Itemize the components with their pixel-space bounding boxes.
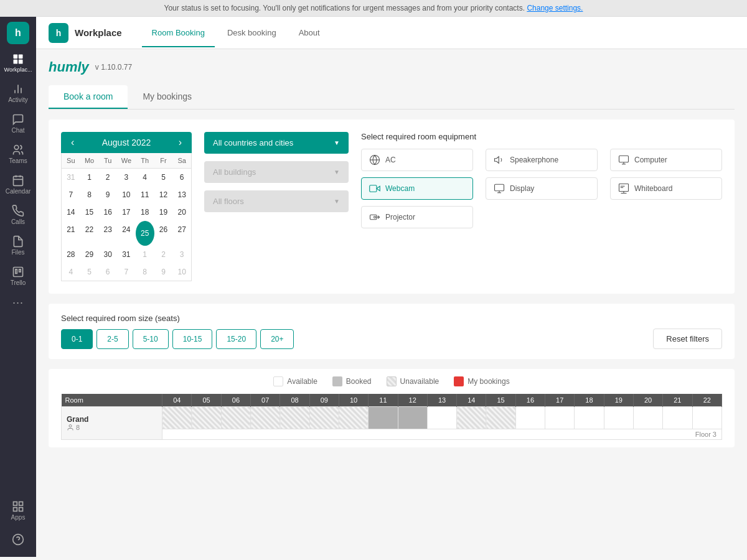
timeline-cell[interactable] <box>398 407 427 429</box>
calendar-day[interactable]: 9 <box>154 263 173 281</box>
tab-about[interactable]: About <box>289 19 330 47</box>
calendar-day[interactable]: 30 <box>98 246 117 263</box>
sidebar-item-workplace[interactable]: Workplac... <box>2 49 34 77</box>
calendar-day[interactable]: 4 <box>62 263 80 281</box>
size-btn-15-20[interactable]: 15-20 <box>216 329 256 349</box>
calendar-day[interactable]: 22 <box>80 221 99 246</box>
location-filter-dropdown[interactable]: All countries and cities ▼ <box>204 132 349 154</box>
tab-book-room[interactable]: Book a room <box>49 85 128 109</box>
sidebar-item-teams[interactable]: Teams <box>2 140 34 168</box>
timeline-cell[interactable] <box>192 407 221 429</box>
calendar-day[interactable]: 11 <box>136 186 154 203</box>
timeline-cell[interactable] <box>221 407 250 429</box>
calendar-day[interactable]: 25 <box>136 221 154 246</box>
calendar-day[interactable]: 21 <box>62 221 80 246</box>
change-settings-link[interactable]: Change settings. <box>527 4 583 12</box>
timeline-cell[interactable] <box>427 407 456 429</box>
sidebar-item-trello[interactable]: Trello <box>2 262 34 290</box>
calendar-day[interactable]: 9 <box>98 186 117 203</box>
calendar-day[interactable]: 5 <box>80 263 99 281</box>
sidebar-item-files[interactable]: Files <box>2 231 34 259</box>
calendar-day[interactable]: 29 <box>80 246 99 263</box>
calendar-day[interactable]: 19 <box>154 203 173 221</box>
tab-desk-booking[interactable]: Desk booking <box>217 19 286 47</box>
calendar-day[interactable]: 17 <box>117 203 136 221</box>
size-btn-2-5[interactable]: 2-5 <box>96 329 128 349</box>
calendar-day[interactable]: 6 <box>98 263 117 281</box>
timeline-cell[interactable] <box>663 407 692 429</box>
calendar-day[interactable]: 31 <box>62 169 80 186</box>
calendar-day[interactable]: 12 <box>154 186 173 203</box>
calendar-day[interactable]: 27 <box>172 221 191 246</box>
size-btn-0-1[interactable]: 0-1 <box>61 329 93 349</box>
calendar-day[interactable]: 3 <box>117 169 136 186</box>
calendar-day[interactable]: 23 <box>98 221 117 246</box>
calendar-prev-button[interactable]: ‹ <box>68 137 77 148</box>
timeline-cell[interactable] <box>280 407 309 429</box>
timeline-cell[interactable] <box>339 407 368 429</box>
timeline-cell[interactable] <box>309 407 339 429</box>
equipment-whiteboard[interactable]: Whiteboard <box>610 177 722 200</box>
floor-filter-dropdown[interactable]: All floors ▼ <box>204 190 349 212</box>
equipment-display[interactable]: Display <box>486 177 598 200</box>
calendar-day[interactable]: 31 <box>117 246 136 263</box>
sidebar-item-activity[interactable]: Activity <box>2 79 34 107</box>
equipment-ac[interactable]: AC <box>361 149 473 171</box>
calendar-day[interactable]: 24 <box>117 221 136 246</box>
building-filter-dropdown[interactable]: All buildings ▼ <box>204 161 349 183</box>
sidebar-item-calendar[interactable]: Calendar <box>2 170 34 198</box>
calendar-day[interactable]: 7 <box>117 263 136 281</box>
timeline-cell[interactable] <box>633 407 662 429</box>
calendar-day[interactable]: 15 <box>80 203 99 221</box>
equipment-speakerphone[interactable]: Speakerphone <box>486 149 598 171</box>
timeline-cell[interactable] <box>457 407 486 429</box>
calendar-day[interactable]: 14 <box>62 203 80 221</box>
equipment-webcam[interactable]: Webcam <box>361 177 473 200</box>
calendar-day[interactable]: 8 <box>80 186 99 203</box>
content-area: humly v 1.10.0.77 Book a room My booking… <box>36 49 747 557</box>
reset-filters-button[interactable]: Reset filters <box>653 329 722 349</box>
tab-room-booking[interactable]: Room Booking <box>142 19 215 47</box>
sidebar-item-calls[interactable]: Calls <box>2 201 34 229</box>
timeline-cell[interactable] <box>486 407 515 429</box>
calendar-day[interactable]: 13 <box>172 186 191 203</box>
sidebar-logo[interactable]: h <box>7 22 29 44</box>
calendar-day[interactable]: 1 <box>80 169 99 186</box>
size-btn-10-15[interactable]: 10-15 <box>172 329 213 349</box>
calendar-day[interactable]: 10 <box>172 263 191 281</box>
calendar-day[interactable]: 26 <box>154 221 173 246</box>
sidebar-item-help[interactable] <box>2 530 34 549</box>
calendar-next-button[interactable]: › <box>176 137 184 148</box>
calendar-day[interactable]: 5 <box>154 169 173 186</box>
calendar-day[interactable]: 3 <box>172 246 191 263</box>
equipment-computer[interactable]: Computer <box>610 149 722 171</box>
calendar-day[interactable]: 7 <box>62 186 80 203</box>
size-btn-20plus[interactable]: 20+ <box>260 329 294 349</box>
calendar-day[interactable]: 2 <box>154 246 173 263</box>
timeline-cell[interactable] <box>604 407 633 429</box>
equipment-projector[interactable]: Projector <box>361 206 473 228</box>
timeline-cell[interactable] <box>575 407 604 429</box>
calendar-day[interactable]: 16 <box>98 203 117 221</box>
timeline-cell[interactable] <box>251 407 280 429</box>
calendar-day[interactable]: 10 <box>117 186 136 203</box>
tab-my-bookings[interactable]: My bookings <box>128 85 207 109</box>
sidebar-item-chat[interactable]: Chat <box>2 110 34 138</box>
sidebar-item-more[interactable]: ··· <box>2 292 34 313</box>
sidebar-item-apps[interactable]: Apps <box>2 497 34 525</box>
calendar-day[interactable]: 28 <box>62 246 80 263</box>
calendar-day[interactable]: 1 <box>136 246 154 263</box>
calendar-day[interactable]: 18 <box>136 203 154 221</box>
timeline-cell[interactable] <box>692 407 721 429</box>
timeline-cell[interactable] <box>369 407 398 429</box>
timeline-cell[interactable] <box>515 407 545 429</box>
timeline-hour-header: 07 <box>251 394 280 407</box>
calendar-day[interactable]: 20 <box>172 203 191 221</box>
size-btn-5-10[interactable]: 5-10 <box>133 329 169 349</box>
calendar-day[interactable]: 6 <box>172 169 191 186</box>
timeline-cell[interactable] <box>545 407 575 429</box>
timeline-cell[interactable] <box>162 407 192 429</box>
calendar-day[interactable]: 8 <box>136 263 154 281</box>
calendar-day[interactable]: 4 <box>136 169 154 186</box>
calendar-day[interactable]: 2 <box>98 169 117 186</box>
